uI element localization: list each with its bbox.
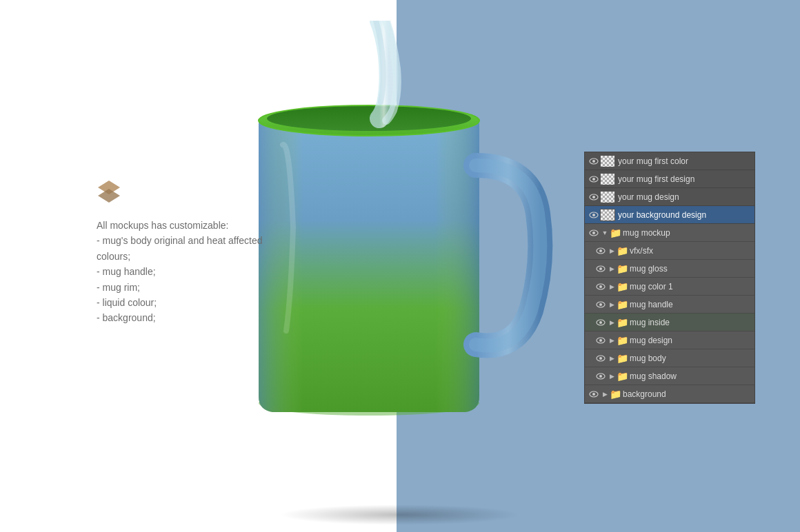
svg-point-29 — [599, 357, 602, 360]
expand-arrow-icon[interactable]: ▶ — [607, 246, 617, 256]
eye-svg — [596, 373, 606, 380]
expand-arrow-icon[interactable]: ▶ — [607, 336, 617, 345]
visibility-icon[interactable] — [594, 316, 607, 329]
svg-point-9 — [592, 178, 595, 181]
layer-row-mug-design-top[interactable]: your mug design — [585, 188, 754, 206]
layer-name: mug body — [630, 354, 752, 363]
eye-svg — [596, 337, 606, 344]
visibility-icon[interactable] — [588, 173, 600, 185]
visibility-icon[interactable] — [588, 227, 600, 239]
visibility-icon[interactable] — [594, 334, 607, 347]
layer-thumbnail — [600, 155, 615, 167]
expand-arrow-icon[interactable]: ▶ — [607, 282, 617, 291]
svg-point-21 — [599, 285, 602, 288]
layer-name: mug mockup — [623, 228, 752, 238]
layer-row-vfx-sfx[interactable]: ▶ 📁 vfx/sfx — [585, 242, 754, 260]
eye-svg — [596, 265, 606, 272]
visibility-icon[interactable] — [594, 352, 607, 365]
folder-icon: 📁 — [617, 245, 628, 256]
description-text: All mockups has customizable: - mug's bo… — [97, 218, 290, 326]
svg-marker-1 — [98, 189, 120, 203]
folder-icon: 📁 — [617, 263, 628, 274]
expand-arrow-icon[interactable]: ▶ — [600, 389, 610, 399]
expand-arrow-icon[interactable]: ▶ — [607, 318, 617, 327]
svg-point-15 — [592, 232, 595, 234]
visibility-icon[interactable] — [588, 388, 600, 400]
layer-name: your mug first design — [618, 174, 752, 184]
smart-object-rows: your mug first color your mug first desi… — [585, 152, 754, 224]
svg-point-17 — [599, 249, 602, 252]
folder-icon: 📁 — [610, 389, 621, 400]
expand-arrow-icon[interactable]: ▼ — [600, 228, 610, 238]
folder-icon: 📁 — [617, 353, 628, 364]
visibility-icon[interactable] — [594, 245, 607, 257]
svg-point-25 — [599, 321, 602, 324]
layer-row-mug-inside[interactable]: ▶ 📁 mug inside — [585, 314, 754, 331]
layer-thumbnail — [600, 209, 615, 221]
svg-point-23 — [599, 303, 602, 306]
eye-svg — [596, 283, 606, 290]
expand-arrow-icon[interactable]: ▶ — [607, 354, 617, 363]
eye-svg — [589, 194, 599, 201]
svg-point-5 — [267, 106, 471, 131]
eye-svg — [589, 158, 599, 165]
mug-shadow — [279, 504, 521, 525]
eye-svg — [589, 229, 599, 236]
svg-point-27 — [599, 339, 602, 342]
visibility-icon[interactable] — [594, 298, 607, 311]
eye-svg — [589, 391, 599, 398]
folder-icon: 📁 — [617, 299, 628, 310]
layer-row-mug-first-design[interactable]: your mug first design — [585, 170, 754, 188]
layer-row-mug-body[interactable]: ▶ 📁 mug body — [585, 349, 754, 367]
layer-name: your background design — [618, 210, 752, 220]
eye-svg — [596, 355, 606, 362]
layer-name: mug gloss — [630, 264, 752, 274]
layers-icon — [97, 179, 121, 204]
layer-name: mug design — [630, 336, 752, 345]
svg-point-11 — [592, 196, 595, 198]
visibility-icon[interactable] — [594, 370, 607, 382]
folder-icon: 📁 — [617, 281, 628, 292]
folder-icon: 📁 — [617, 317, 628, 328]
layer-row-mug-shadow[interactable]: ▶ 📁 mug shadow — [585, 367, 754, 385]
folder-icon: 📁 — [610, 227, 621, 238]
visibility-icon[interactable] — [594, 263, 607, 275]
expand-arrow-icon[interactable]: ▶ — [607, 371, 617, 381]
layer-row-mug-gloss[interactable]: ▶ 📁 mug gloss — [585, 260, 754, 278]
layer-row-background-design[interactable]: your background design — [585, 206, 754, 224]
layer-thumbnail — [600, 173, 615, 185]
svg-point-13 — [592, 214, 595, 216]
svg-point-7 — [592, 160, 595, 163]
svg-point-33 — [592, 393, 595, 396]
layer-thumbnail — [600, 191, 615, 203]
visibility-icon[interactable] — [588, 209, 600, 221]
layer-row-background[interactable]: ▶ 📁 background — [585, 385, 754, 403]
svg-point-31 — [599, 375, 602, 378]
layer-row-mug-design[interactable]: ▶ 📁 mug design — [585, 331, 754, 349]
expand-arrow-icon[interactable]: ▶ — [607, 264, 617, 274]
layer-name: your mug design — [618, 192, 752, 202]
eye-svg — [596, 319, 606, 326]
layer-row-mug-handle[interactable]: ▶ 📁 mug handle — [585, 296, 754, 314]
layer-name: background — [623, 389, 752, 399]
left-panel: All mockups has customizable: - mug's bo… — [97, 179, 290, 326]
eye-svg — [589, 212, 599, 218]
folder-icon: 📁 — [617, 371, 628, 382]
expand-arrow-icon[interactable]: ▶ — [607, 300, 617, 309]
eye-svg — [596, 301, 606, 308]
layer-name: mug handle — [630, 300, 752, 309]
layer-name: mug inside — [630, 318, 752, 327]
layer-row-mug-color-1[interactable]: ▶ 📁 mug color 1 — [585, 278, 754, 296]
visibility-icon[interactable] — [594, 280, 607, 293]
layer-name: vfx/sfx — [630, 246, 752, 256]
visibility-icon[interactable] — [588, 155, 600, 167]
layer-row-mug-mockup[interactable]: ▼ 📁 mug mockup — [585, 224, 754, 242]
layers-panel: your mug first color your mug first desi… — [584, 152, 755, 404]
layer-row-mug-first-color[interactable]: your mug first color — [585, 152, 754, 170]
eye-svg — [589, 176, 599, 183]
visibility-icon[interactable] — [588, 191, 600, 203]
layer-name: mug shadow — [630, 371, 752, 381]
eye-svg — [596, 247, 606, 254]
svg-point-19 — [599, 267, 602, 270]
folder-icon: 📁 — [617, 335, 628, 346]
